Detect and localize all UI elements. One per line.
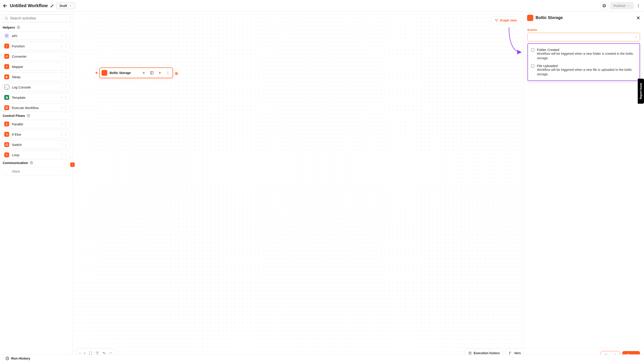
header-right: Publish — [600, 2, 641, 10]
more-icon[interactable] — [636, 4, 641, 8]
publish-label: Publish — [614, 4, 626, 7]
svg-point-3 — [638, 6, 639, 7]
status-label: Draft — [60, 4, 67, 7]
header-left: Untitled Workflow Draft — [3, 2, 598, 9]
app-header: Untitled Workflow Draft Publish — [0, 0, 644, 12]
svg-point-2 — [638, 5, 639, 6]
gear-icon — [602, 3, 606, 8]
settings-button[interactable] — [600, 2, 608, 10]
status-dropdown[interactable]: Draft — [56, 2, 75, 9]
chevron-down-icon — [627, 4, 630, 7]
edit-icon[interactable] — [50, 4, 54, 8]
back-icon[interactable] — [3, 3, 8, 8]
workflow-title[interactable]: Untitled Workflow — [10, 3, 48, 8]
publish-button[interactable]: Publish — [610, 2, 634, 9]
chevron-down-icon — [69, 4, 72, 7]
svg-point-1 — [638, 4, 639, 5]
